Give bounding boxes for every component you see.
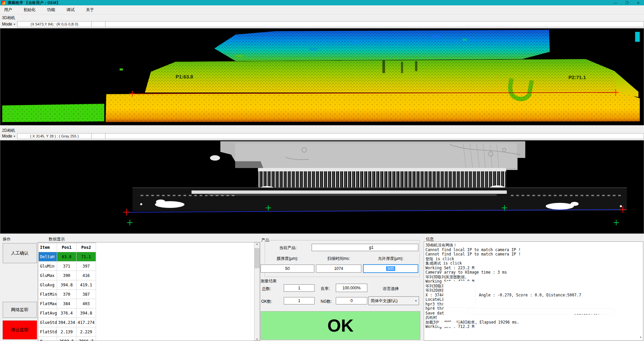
camera3d-view[interactable]: P1:63.8 P2:71.1 <box>0 28 644 125</box>
cell-pos2: 387 <box>77 290 96 299</box>
table-row[interactable]: DeltaH 63.8 71.1 <box>38 252 96 262</box>
scan-time-field[interactable]: 1074 <box>316 265 361 273</box>
app-window: 测膜程序 【当前用户：OEM】 — ❐ ✕ 用户 初始化 功能 调试 关于 3D… <box>0 0 644 341</box>
results-title: 测量结果 <box>261 278 277 284</box>
camera3d-mode-button[interactable]: Mode ▾ <box>0 21 17 27</box>
cell-item: X <box>38 337 57 341</box>
close-icon[interactable]: ✕ <box>633 0 644 5</box>
camera3d-status-segment <box>92 21 105 27</box>
chevron-down-icon: ▾ <box>415 299 417 302</box>
cell-item: FlatAvg <box>38 308 57 318</box>
scroll-down-icon[interactable]: ▼ <box>256 338 258 340</box>
cell-pos1: 63.8 <box>57 252 77 261</box>
cell-item: GlueStd <box>38 318 57 327</box>
cell-pos2: 71.1 <box>77 252 96 261</box>
camera2d-coords-status: ( X 3145, Y 28 ) : ( Gray 255 ) <box>17 133 92 139</box>
ok-count-field[interactable]: 1 <box>284 297 315 304</box>
table-row[interactable]: FlatMin 370 387 <box>38 290 96 299</box>
table-row[interactable]: GluMin 371 397 <box>38 262 96 271</box>
camera3d-coords-status: (X 5473,Y 84) : (R 0,G 0,B 0) <box>17 21 92 27</box>
camera3d-toolbar: Mode ▾ (X 5473,Y 84) : (R 0,G 0,B 0) <box>0 21 644 27</box>
table-row[interactable]: GluAvg 394.8 419.1 <box>38 280 96 290</box>
cell-pos1: 384 <box>57 299 77 308</box>
log-line: 3D相机没有网络！ <box>425 243 642 248</box>
scroll-up-icon[interactable]: ▲ <box>256 243 258 245</box>
scrollbar-thumb[interactable] <box>255 248 260 268</box>
cell-item: GluMax <box>38 271 57 280</box>
manual-confirm-button[interactable]: 人工确认 <box>3 243 37 263</box>
cell-item: GluAvg <box>38 280 57 289</box>
scan-time-label: 扫描时间ms: <box>316 256 361 262</box>
scroll-down-icon[interactable]: ▼ <box>640 335 642 340</box>
cell-pos1: 376.4 <box>57 308 77 318</box>
table-row[interactable]: GlueStd 394.234 417.274 <box>38 318 96 327</box>
allow-thickness-field[interactable]: 500 <box>363 264 418 273</box>
table-row[interactable]: GluMax 390 416 <box>38 271 96 280</box>
data-display-title: 数据显示 <box>49 236 65 242</box>
yield-field[interactable]: 100.000% <box>336 284 367 292</box>
redaction-blob <box>438 322 458 327</box>
log-line: CameraV array to HImage time : 3 ms <box>425 270 642 275</box>
log-line: 加载3张 相机 行AOI检查, Elapsed 19296 ms. <box>425 320 642 325</box>
log-line: Cannot find local IP to match camera IP … <box>425 252 642 257</box>
camera2d-view[interactable] <box>0 140 644 234</box>
cell-pos2: 419.1 <box>77 280 96 289</box>
cell-pos1: 2583.5 <box>57 337 77 341</box>
language-select[interactable]: 简体中文(默认) ▾ <box>368 296 419 305</box>
ng-count-label: NG数: <box>321 299 332 304</box>
cell-pos2: 2.229 <box>77 327 96 336</box>
minimize-icon[interactable]: — <box>610 0 621 5</box>
app-icon <box>1 1 6 5</box>
cell-item: FlatStd <box>38 327 57 336</box>
cell-pos1: 394.8 <box>57 280 77 289</box>
redaction-blob <box>444 281 475 307</box>
cell-pos2: 7866.7 <box>77 337 96 341</box>
menu-init[interactable]: 初始化 <box>22 6 37 13</box>
table-row[interactable]: X 2583.5 7866.7 <box>38 337 96 341</box>
language-label: 语言选择 <box>383 286 399 292</box>
table-row[interactable]: FlatStd 2.139 2.229 <box>38 327 96 337</box>
chevron-down-icon: ▾ <box>14 135 15 138</box>
ng-count-field[interactable]: 0 <box>336 297 367 304</box>
log-line: Working Set : 712.2 M <box>425 325 642 329</box>
total-field[interactable]: 1 <box>284 284 315 292</box>
camera3d-heightmap: P1:63.8 P2:71.1 <box>0 29 644 125</box>
yield-label: 良率: <box>321 286 330 292</box>
cell-pos2: 417.274 <box>77 318 96 327</box>
window-controls: — ❐ ✕ <box>610 0 644 5</box>
camera2d-status-segment <box>92 133 105 139</box>
cell-item: FlatMin <box>38 290 57 299</box>
film-thickness-field[interactable]: 50 <box>261 265 314 273</box>
log-line: 共耗时 <box>425 316 642 320</box>
p1-measure-label: P1:63.8 <box>176 74 193 79</box>
log-line: Working Set : 223.2 M <box>425 266 642 271</box>
p2-measure-label: P2:71.1 <box>568 75 586 80</box>
maximize-icon[interactable]: ❐ <box>621 0 633 5</box>
col-pos2: Pos2 <box>77 243 96 252</box>
log-line: 登陆 is click <box>425 257 642 262</box>
camera2d-mode-button[interactable]: Mode ▾ <box>0 133 17 139</box>
cell-pos1: 390 <box>57 271 77 280</box>
table-row[interactable]: FlatAvg 376.4 394.8 <box>38 308 96 318</box>
cell-pos2: 416 <box>77 271 96 280</box>
menu-user[interactable]: 用户 <box>3 6 13 13</box>
chevron-down-icon: ▾ <box>14 23 15 26</box>
cell-pos1: 370 <box>57 290 77 299</box>
language-select-value: 简体中文(默认) <box>371 298 398 304</box>
menu-about[interactable]: 关于 <box>85 6 95 13</box>
network-listen-button[interactable]: 网络监听 <box>3 302 37 318</box>
log-line: 集成调试 is click <box>425 261 642 266</box>
cell-item: GluMin <box>38 262 57 271</box>
data-display-scrollbar[interactable]: ▲ ▼ <box>254 242 260 341</box>
menu-debug[interactable]: 调试 <box>65 6 76 13</box>
cell-item: FlatMax <box>38 299 57 308</box>
camera3d-mode-label: Mode <box>2 22 12 26</box>
current-product-field[interactable]: g1 <box>312 244 418 251</box>
menu-function[interactable]: 功能 <box>46 6 56 13</box>
measure-table: Item Pos1 Pos2 DeltaH 63.8 71.1 GluMin 3… <box>38 243 96 341</box>
redaction-blob <box>467 309 615 314</box>
cell-pos2: 394.8 <box>77 308 96 318</box>
stop-listen-button[interactable]: 停止监听 <box>3 321 37 339</box>
info-log[interactable]: 3D相机没有网络！ Cannot find local IP to match … <box>424 241 643 341</box>
table-row[interactable]: FlatMax 384 403 <box>38 299 96 308</box>
